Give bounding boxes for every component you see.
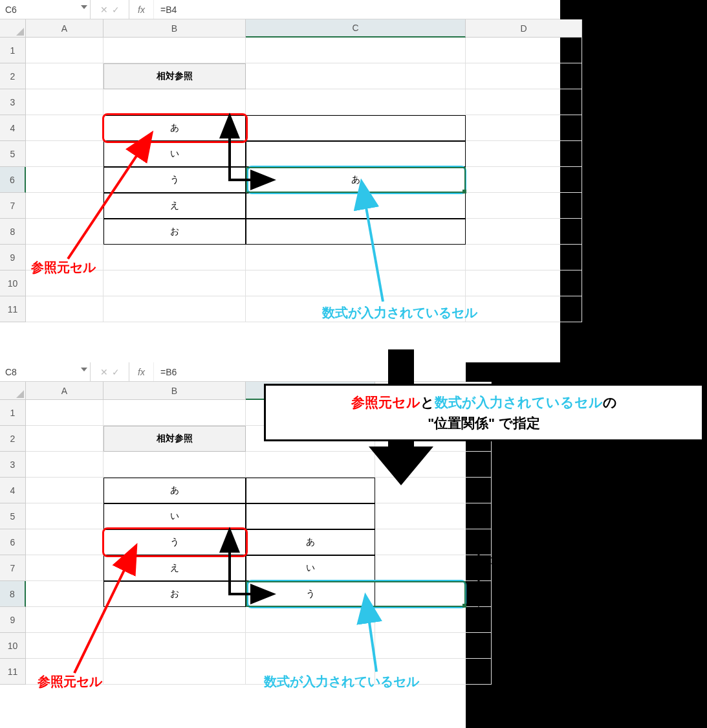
cell[interactable]: あ [246,529,375,555]
cell[interactable] [375,555,492,581]
row-header[interactable]: 3 [0,452,26,478]
cell[interactable]: 相対参照 [103,426,246,452]
cell[interactable]: い [246,555,375,581]
fx-icon[interactable]: fx [138,5,145,15]
cell[interactable] [103,270,246,296]
cell[interactable] [26,607,103,633]
cell[interactable] [246,478,375,503]
cell[interactable] [466,89,582,115]
cell[interactable] [246,38,466,63]
name-box[interactable]: C6 [0,0,91,19]
cell[interactable] [26,193,103,219]
cell[interactable] [26,89,103,115]
row-header[interactable]: 5 [0,503,26,529]
accept-icon[interactable]: ✓ [112,367,120,377]
row-header[interactable]: 8 [0,219,26,245]
cell[interactable] [26,581,103,607]
row-header[interactable]: 9 [0,245,26,270]
row-header[interactable]: 1 [0,400,26,426]
dropdown-icon[interactable] [81,368,87,371]
cell[interactable] [375,581,492,607]
cell[interactable] [246,115,466,141]
cell[interactable] [103,633,246,659]
cell[interactable] [26,529,103,555]
row-header[interactable]: 1 [0,38,26,63]
cell[interactable] [466,296,582,322]
row-header[interactable]: 6 [0,167,26,193]
fx-icon[interactable]: fx [138,367,145,377]
cell[interactable] [466,219,582,245]
cell[interactable] [26,141,103,167]
cell[interactable] [466,245,582,270]
row-header[interactable]: 10 [0,633,26,659]
cell[interactable] [246,63,466,89]
cell[interactable] [466,141,582,167]
select-all-corner[interactable] [0,382,26,400]
cell[interactable] [246,270,466,296]
row-header[interactable]: 11 [0,659,26,685]
cell[interactable] [103,400,246,426]
name-box[interactable]: C8 [0,362,91,381]
row-header[interactable]: 5 [0,141,26,167]
cell[interactable] [375,633,492,659]
cell[interactable] [466,63,582,89]
row-header[interactable]: 3 [0,89,26,115]
cell[interactable] [26,633,103,659]
cell[interactable]: う [246,581,375,607]
cell[interactable]: あ [103,115,246,141]
cell[interactable]: あ [103,478,246,503]
cell[interactable] [246,219,466,245]
cell[interactable]: う [103,529,246,555]
row-header[interactable]: 2 [0,426,26,452]
cell[interactable] [26,400,103,426]
cell[interactable] [26,503,103,529]
cell[interactable]: う [103,167,246,193]
cell[interactable] [26,167,103,193]
cell[interactable]: い [103,141,246,167]
cell[interactable] [103,659,246,685]
cell[interactable]: お [103,581,246,607]
row-header[interactable]: 4 [0,115,26,141]
column-header[interactable]: B [103,19,246,38]
cell[interactable] [375,452,492,478]
column-header[interactable]: C [246,19,466,38]
cell[interactable]: え [103,555,246,581]
row-header[interactable]: 10 [0,270,26,296]
cell[interactable] [466,270,582,296]
cell[interactable] [246,633,375,659]
cell[interactable] [26,426,103,452]
cancel-icon[interactable]: ✕ [100,367,108,377]
cell[interactable] [466,115,582,141]
cell[interactable] [246,193,466,219]
row-header[interactable]: 6 [0,529,26,555]
formula-input[interactable]: =B6 [154,362,466,381]
cell[interactable]: い [103,503,246,529]
row-header[interactable]: 8 [0,581,26,607]
cell[interactable] [103,245,246,270]
row-header[interactable]: 7 [0,555,26,581]
cell[interactable] [246,452,375,478]
cell[interactable] [466,167,582,193]
cell[interactable]: え [103,193,246,219]
grid[interactable]: ABCD 1234567891011 相対参照あいうえおあ 参照元セル 数式が入… [0,19,560,362]
cell[interactable] [26,63,103,89]
cell[interactable] [103,89,246,115]
row-header[interactable]: 9 [0,607,26,633]
cell[interactable] [246,503,375,529]
cell[interactable] [246,141,466,167]
cell[interactable] [375,529,492,555]
accept-icon[interactable]: ✓ [112,5,120,15]
column-header[interactable]: A [26,382,103,400]
cell[interactable] [26,555,103,581]
cell[interactable]: あ [246,167,466,193]
cell[interactable] [26,296,103,322]
cell[interactable] [26,452,103,478]
column-header[interactable]: B [103,382,246,400]
select-all-corner[interactable] [0,19,26,38]
row-header[interactable]: 7 [0,193,26,219]
cell[interactable] [466,193,582,219]
cell[interactable]: 相対参照 [103,63,246,89]
formula-input[interactable]: =B4 [154,0,560,19]
row-header[interactable]: 2 [0,63,26,89]
cancel-icon[interactable]: ✕ [100,5,108,15]
